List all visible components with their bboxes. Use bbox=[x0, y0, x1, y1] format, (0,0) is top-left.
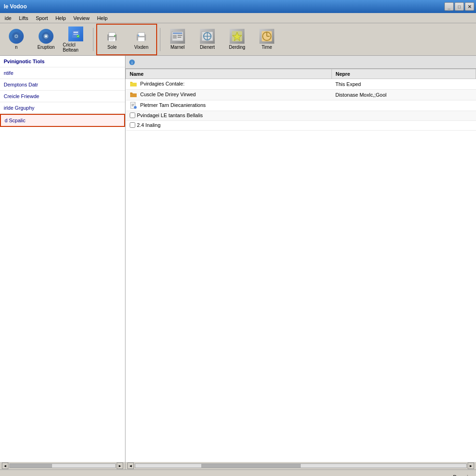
maximize-button[interactable]: □ bbox=[455, 2, 464, 11]
marnel-icon bbox=[170, 29, 185, 44]
table-area: Name Nepre Pvirdagi bbox=[126, 69, 476, 462]
toolbar-btn-vixden-label: Vixden bbox=[134, 45, 148, 50]
menu-bar: ide Lifts Sport Help Veview Help bbox=[0, 13, 476, 23]
menu-sport[interactable]: Sport bbox=[32, 14, 52, 22]
table-cell-nepre-4 bbox=[331, 111, 476, 121]
dienert-icon bbox=[200, 29, 215, 44]
toolbar-btn-criclcl[interactable]: Criclcl Beltean bbox=[61, 25, 90, 54]
svg-point-2 bbox=[16, 36, 17, 37]
folder-icon bbox=[130, 80, 137, 88]
toolbar-btn-dienert[interactable]: Dienert bbox=[193, 25, 222, 54]
toolbar-btn-sole[interactable]: Sole bbox=[98, 25, 126, 54]
toolbar-sep-1 bbox=[93, 28, 93, 51]
sidebar-bottom-bar: ◄ ► bbox=[0, 462, 126, 469]
toolbar-btn-tirne-label: Tirne bbox=[262, 45, 272, 50]
table-row[interactable]: Pletmer Tarn Diecanierations bbox=[126, 100, 476, 111]
close-button[interactable]: ✕ bbox=[465, 2, 474, 11]
table-row[interactable]: 2.4 Inaling bbox=[126, 121, 476, 131]
scroll-left-btn[interactable]: ◄ bbox=[2, 463, 8, 469]
toolbar: n Eruption Criclcl Beltean bbox=[0, 23, 476, 56]
disk-icon bbox=[9, 29, 24, 44]
checkbox-4[interactable] bbox=[130, 112, 135, 118]
table-row[interactable]: Cuscle De Drirey Virwed Distonase Moxlc,… bbox=[126, 90, 476, 100]
checkbox-label-5[interactable]: 2.4 Inaling bbox=[130, 122, 161, 128]
toolbar-btn-marnel-label: Marnel bbox=[171, 45, 185, 50]
minimize-button[interactable]: _ bbox=[444, 2, 454, 11]
sidebar-item-scpalic[interactable]: d Scpalic bbox=[0, 114, 125, 127]
sidebar-title: Pvinignotic Tiols bbox=[0, 56, 125, 67]
svg-rect-13 bbox=[110, 38, 114, 39]
criclcl-icon bbox=[68, 26, 83, 41]
toolbar-btn-derding[interactable]: Derding bbox=[223, 25, 251, 54]
toolbar-btn-n-label: n bbox=[15, 45, 18, 50]
right-toolbar: i bbox=[126, 56, 476, 69]
svg-rect-24 bbox=[178, 37, 181, 38]
menu-lifts[interactable]: Lifts bbox=[15, 14, 32, 22]
svg-rect-7 bbox=[73, 32, 78, 33]
svg-text:i: i bbox=[132, 60, 132, 65]
scroll-right-btn[interactable]: ► bbox=[117, 463, 123, 469]
menu-help1[interactable]: Help bbox=[52, 14, 70, 22]
sidebar: Pvinignotic Tiols ntife Demptons Datr Cr… bbox=[0, 56, 126, 462]
data-table: Name Nepre Pvirdagi bbox=[126, 69, 476, 131]
sole-icon bbox=[105, 29, 119, 44]
checkbox-label-4[interactable]: Pvindagei LE tantans Bellalis bbox=[130, 112, 203, 118]
svg-point-19 bbox=[138, 35, 139, 36]
scroll-right-btn-right[interactable]: ► bbox=[468, 463, 474, 469]
svg-rect-8 bbox=[73, 34, 78, 35]
table-cell-nepre-2: Distonase Moxlc,;Gool bbox=[331, 90, 476, 100]
table-cell-name: Pletmer Tarn Diecanierations bbox=[126, 100, 332, 111]
window-title: le Vodoo bbox=[2, 3, 444, 10]
svg-point-15 bbox=[114, 35, 116, 37]
svg-point-5 bbox=[45, 35, 47, 37]
title-bar: le Vodoo _ □ ✕ bbox=[0, 0, 476, 13]
table-cell-name: Cuscle De Drirey Virwed bbox=[126, 90, 332, 100]
svg-rect-12 bbox=[109, 37, 115, 41]
table-cell-nepre-3 bbox=[331, 100, 476, 111]
tirne-icon bbox=[259, 29, 274, 44]
toolbar-sep-2 bbox=[160, 28, 160, 51]
toolbar-btn-marnel[interactable]: Marnel bbox=[163, 25, 192, 54]
sidebar-item-irlde[interactable]: irlde Grguphy bbox=[0, 102, 125, 114]
table-cell-name: Pvindagei LE tantans Bellalis bbox=[126, 111, 332, 121]
table-row[interactable]: Pvirdagies Contale: This Exped bbox=[126, 79, 476, 90]
eruption-icon bbox=[39, 29, 53, 44]
menu-veview[interactable]: Veview bbox=[70, 14, 93, 22]
toolbar-btn-dienert-label: Dienert bbox=[200, 45, 215, 50]
sidebar-item-ntife[interactable]: ntife bbox=[0, 67, 125, 79]
menu-ide[interactable]: ide bbox=[1, 14, 15, 22]
doc-icon bbox=[130, 102, 137, 109]
toolbar-btn-eruption[interactable]: Eruption bbox=[32, 25, 60, 54]
status-text: Derepio: bbox=[453, 474, 472, 476]
toolbar-btn-criclcl-label: Criclcl Beltean bbox=[63, 42, 89, 53]
menu-help2[interactable]: Help bbox=[93, 14, 112, 22]
table-cell-name: Pvirdagies Contale: bbox=[126, 79, 332, 90]
table-row[interactable]: Pvindagei LE tantans Bellalis bbox=[126, 111, 476, 121]
toolbar-btn-sole-label: Sole bbox=[107, 45, 117, 50]
toolbar-btn-derding-label: Derding bbox=[229, 45, 245, 50]
svg-point-42 bbox=[134, 106, 137, 109]
toolbar-btn-eruption-label: Eruption bbox=[37, 45, 54, 50]
checkbox-5[interactable] bbox=[130, 122, 135, 128]
panel-icon-btn[interactable]: i bbox=[127, 58, 137, 67]
toolbar-btn-tirne[interactable]: Tirne bbox=[252, 25, 281, 54]
toolbar-btn-vixden[interactable]: Vixden bbox=[127, 25, 156, 54]
derding-icon bbox=[230, 29, 245, 44]
col-name-header: Name bbox=[126, 69, 332, 79]
svg-rect-18 bbox=[138, 37, 145, 41]
col-nepre-header: Nepre bbox=[331, 69, 476, 79]
table-cell-nepre-5 bbox=[331, 121, 476, 131]
scroll-left-btn-right[interactable]: ◄ bbox=[127, 463, 134, 469]
svg-marker-38 bbox=[134, 102, 135, 104]
sidebar-item-demptons[interactable]: Demptons Datr bbox=[0, 79, 125, 91]
window-controls: _ □ ✕ bbox=[444, 2, 474, 11]
main-content: Pvinignotic Tiols ntife Demptons Datr Cr… bbox=[0, 56, 476, 462]
bottom-panel: ◄ ► ◄ ► bbox=[0, 462, 476, 469]
svg-rect-23 bbox=[178, 35, 182, 36]
sidebar-spacer bbox=[0, 127, 125, 462]
toolbar-btn-n[interactable]: n bbox=[2, 25, 31, 54]
right-panel: i Name Nepre bbox=[126, 56, 476, 462]
sidebar-item-creicle[interactable]: Creicle Friewde bbox=[0, 91, 125, 102]
folder-icon-2 bbox=[130, 91, 137, 99]
status-bar: Derepio: bbox=[0, 469, 476, 476]
